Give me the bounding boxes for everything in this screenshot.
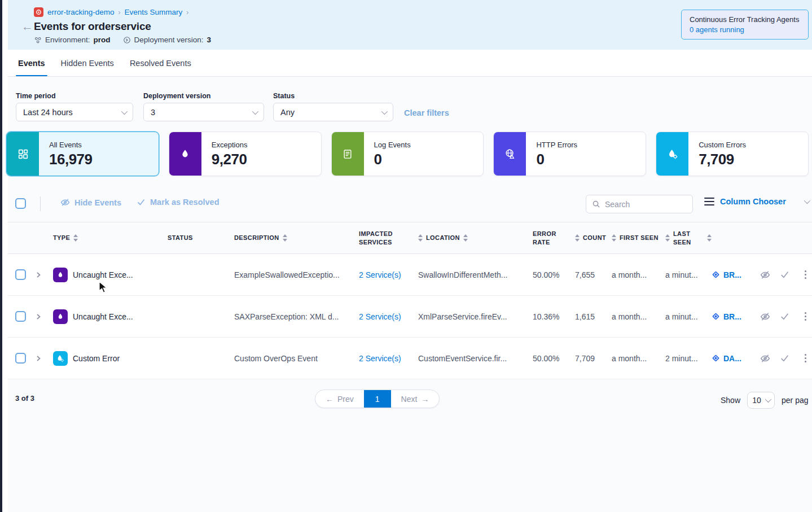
hide-events-button[interactable]: Hide Events xyxy=(60,198,121,207)
row-menu-icon[interactable] xyxy=(805,270,806,279)
row-expander[interactable] xyxy=(34,271,53,279)
chevron-down-icon xyxy=(121,108,128,114)
time-period-select[interactable]: Last 24 hours xyxy=(16,103,133,121)
error-rate: 50.00% xyxy=(533,270,575,279)
environment-label: Environment: xyxy=(45,36,90,44)
sort-icon[interactable] xyxy=(463,234,468,242)
row-checkbox[interactable] xyxy=(15,269,26,280)
stat-card-exceptions[interactable]: Exceptions 9,270 xyxy=(169,132,322,176)
time-period-value: Last 24 hours xyxy=(23,108,73,117)
event-description: ExampleSwallowedExceptio... xyxy=(234,270,359,279)
next-page-button[interactable]: Next→ xyxy=(391,390,440,408)
stat-card-all-events[interactable]: All Events 16,979 xyxy=(6,132,159,176)
row-menu-icon[interactable] xyxy=(805,312,806,321)
tab-hidden-events[interactable]: Hidden Events xyxy=(53,50,122,76)
resolve-event-icon[interactable] xyxy=(780,312,789,321)
deployment-version-label: Deployment version xyxy=(143,92,210,100)
deployment-value: 3 xyxy=(207,36,212,44)
row-expander[interactable] xyxy=(34,313,53,321)
sort-icon[interactable] xyxy=(283,234,287,242)
assignee-link[interactable]: BR... xyxy=(712,312,758,321)
chevron-down-icon xyxy=(381,108,388,114)
row-menu-icon[interactable] xyxy=(805,354,806,363)
clear-filters-button[interactable]: Clear filters xyxy=(404,108,449,117)
status-select[interactable]: Any xyxy=(273,103,393,121)
col-header-count[interactable]: COUNT xyxy=(575,234,612,242)
flame-gear-icon xyxy=(53,351,68,366)
sort-icon[interactable] xyxy=(73,234,78,242)
sort-icon[interactable] xyxy=(418,234,423,242)
col-header-description[interactable]: DESCRIPTION xyxy=(234,234,359,242)
col-header-location[interactable]: LOCATION xyxy=(418,234,533,242)
col-header-error-rate[interactable]: ERROR RATE xyxy=(533,230,562,247)
last-seen: 2 minut... xyxy=(665,354,712,363)
pagination: ←Prev 1 Next→ xyxy=(315,390,440,408)
agents-running-link[interactable]: 0 agents running xyxy=(690,25,800,34)
impacted-services-link[interactable]: 2 Service(s) xyxy=(359,354,401,363)
search-input[interactable] xyxy=(605,200,678,209)
mark-resolved-button[interactable]: Mark as Resolved xyxy=(137,198,220,207)
stat-card-http-errors[interactable]: HTTP Errors 0 xyxy=(493,132,646,176)
flame-icon xyxy=(53,309,68,324)
results-count: 3 of 3 xyxy=(15,394,34,402)
hide-event-icon[interactable] xyxy=(760,353,770,364)
resolve-event-icon[interactable] xyxy=(780,270,789,279)
select-all-checkbox[interactable] xyxy=(15,198,26,209)
breadcrumb-section-link[interactable]: Events Summary xyxy=(125,8,183,16)
error-rate: 10.36% xyxy=(533,312,575,321)
tab-events[interactable]: Events xyxy=(10,50,53,76)
search-box xyxy=(586,195,693,213)
stat-card-label: Custom Errors xyxy=(699,141,746,149)
stat-card-value: 9,270 xyxy=(212,151,248,168)
stat-card-custom-errors[interactable]: Custom Errors 7,709 xyxy=(656,132,809,176)
col-header-impacted-services[interactable]: IMPACTED SERVICES xyxy=(359,230,404,247)
current-page-button[interactable]: 1 xyxy=(364,390,391,408)
environment-value: prod xyxy=(94,36,111,44)
assignee-link[interactable]: BR... xyxy=(712,270,758,279)
chevron-down-icon xyxy=(804,198,810,204)
stat-card-value: 0 xyxy=(374,151,411,168)
deployment-version-icon xyxy=(123,36,131,44)
event-type: Uncaught Exce... xyxy=(73,312,133,321)
column-chooser-button[interactable]: Column Chooser xyxy=(704,197,809,206)
page-size-select[interactable]: 10 xyxy=(747,392,775,409)
back-button[interactable]: ← xyxy=(21,20,33,32)
first-seen: a month... xyxy=(612,312,665,321)
deployment-version-select[interactable]: 3 xyxy=(143,103,264,121)
breadcrumb-project-link[interactable]: error-tracking-demo xyxy=(47,8,115,16)
flame-icon xyxy=(53,268,68,282)
prev-page-button[interactable]: ←Prev xyxy=(315,390,364,408)
sort-icon[interactable] xyxy=(707,234,712,242)
sort-icon[interactable] xyxy=(665,234,670,242)
col-header-status[interactable]: STATUS xyxy=(147,234,234,242)
impacted-services-link[interactable]: 2 Service(s) xyxy=(359,270,401,279)
error-tracking-logo-icon xyxy=(34,7,43,17)
col-header-type[interactable]: TYPE xyxy=(53,234,147,242)
event-description: SAXParseException: XML d... xyxy=(234,312,359,321)
stat-card-value: 7,709 xyxy=(699,151,746,168)
stat-card-log-events[interactable]: Log Events 0 xyxy=(331,132,484,176)
row-expander[interactable] xyxy=(34,355,53,362)
resolve-event-icon[interactable] xyxy=(780,353,789,363)
mouse-cursor xyxy=(99,281,109,294)
environment-meta: Environment: prod xyxy=(34,36,111,44)
stat-card-label: HTTP Errors xyxy=(536,141,577,149)
assignee-link[interactable]: DA... xyxy=(712,354,758,363)
row-checkbox[interactable] xyxy=(15,311,26,322)
log-document-icon xyxy=(332,132,364,176)
per-page-label: per pag xyxy=(782,396,808,405)
sort-icon[interactable] xyxy=(575,234,580,242)
sort-icon[interactable] xyxy=(612,234,616,242)
page-header: error-tracking-demo › Events Summary › ←… xyxy=(8,0,812,50)
impacted-services-link[interactable]: 2 Service(s) xyxy=(359,312,401,321)
row-checkbox[interactable] xyxy=(15,353,26,364)
deployment-version-value: 3 xyxy=(151,108,155,117)
tab-resolved-events[interactable]: Resolved Events xyxy=(122,50,199,76)
hide-events-label: Hide Events xyxy=(74,198,121,207)
col-header-last-seen[interactable]: LAST SEEN xyxy=(665,230,712,247)
hamburger-icon xyxy=(704,198,714,206)
col-header-first-seen[interactable]: FIRST SEEN xyxy=(612,234,665,242)
hide-event-icon[interactable] xyxy=(760,312,770,322)
hide-event-icon[interactable] xyxy=(760,270,770,280)
environment-icon xyxy=(34,36,42,44)
